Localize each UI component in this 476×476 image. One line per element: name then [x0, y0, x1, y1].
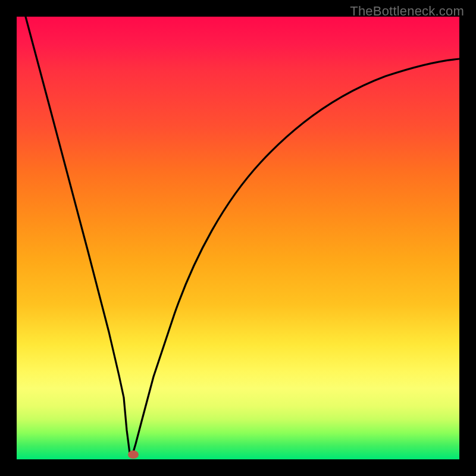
optimal-point-marker [128, 450, 139, 459]
watermark: TheBottleneck.com [350, 4, 464, 19]
chart-frame: TheBottleneck.com [0, 0, 476, 476]
bottleneck-curve [26, 17, 459, 454]
plot-area [17, 17, 459, 459]
curve-layer [17, 17, 459, 459]
